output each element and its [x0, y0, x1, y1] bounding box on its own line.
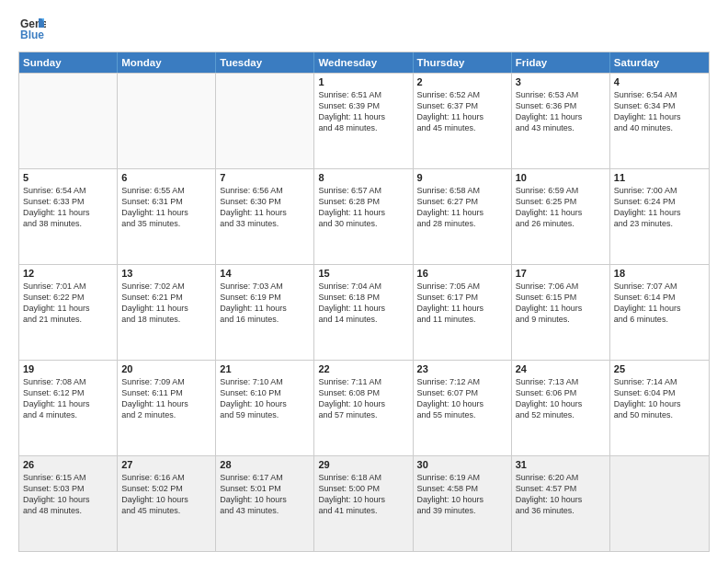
day-number: 16 [417, 268, 507, 279]
cell-text: Sunrise: 6:51 AM Sunset: 6:39 PM Dayligh… [318, 89, 408, 134]
day-number: 30 [417, 459, 507, 470]
cell-text: Sunrise: 7:08 AM Sunset: 6:12 PM Dayligh… [23, 376, 113, 421]
cell-text: Sunrise: 7:10 AM Sunset: 6:10 PM Dayligh… [220, 376, 310, 421]
calendar-cell: 20Sunrise: 7:09 AM Sunset: 6:11 PM Dayli… [118, 361, 216, 455]
day-number: 15 [318, 268, 408, 279]
day-number: 23 [417, 363, 507, 374]
cell-text: Sunrise: 6:58 AM Sunset: 6:27 PM Dayligh… [417, 185, 507, 230]
cell-text: Sunrise: 7:12 AM Sunset: 6:07 PM Dayligh… [417, 376, 507, 421]
calendar-cell: 7Sunrise: 6:56 AM Sunset: 6:30 PM Daylig… [216, 169, 314, 264]
svg-text:Blue: Blue [20, 29, 44, 41]
day-number: 24 [516, 363, 606, 374]
calendar-row: 26Sunrise: 6:15 AM Sunset: 5:03 PM Dayli… [19, 455, 709, 551]
day-number: 14 [220, 268, 310, 279]
cell-text: Sunrise: 7:00 AM Sunset: 6:24 PM Dayligh… [614, 185, 705, 230]
cell-text: Sunrise: 7:06 AM Sunset: 6:15 PM Dayligh… [516, 281, 606, 326]
calendar-cell: 31Sunrise: 6:20 AM Sunset: 4:57 PM Dayli… [512, 456, 610, 551]
calendar-row: 19Sunrise: 7:08 AM Sunset: 6:12 PM Dayli… [19, 360, 709, 455]
calendar-cell: 5Sunrise: 6:54 AM Sunset: 6:33 PM Daylig… [19, 169, 118, 264]
cell-text: Sunrise: 6:53 AM Sunset: 6:36 PM Dayligh… [516, 89, 606, 134]
cell-text: Sunrise: 7:04 AM Sunset: 6:18 PM Dayligh… [318, 281, 408, 326]
cell-text: Sunrise: 6:57 AM Sunset: 6:28 PM Dayligh… [318, 185, 408, 230]
calendar-row: 12Sunrise: 7:01 AM Sunset: 6:22 PM Dayli… [19, 264, 709, 360]
cell-text: Sunrise: 6:52 AM Sunset: 6:37 PM Dayligh… [417, 89, 507, 134]
day-number: 5 [23, 172, 113, 183]
weekday-header: Saturday [610, 52, 709, 73]
day-number: 3 [516, 76, 606, 87]
cell-text: Sunrise: 7:13 AM Sunset: 6:06 PM Dayligh… [516, 376, 606, 421]
day-number: 1 [318, 76, 408, 87]
cell-text: Sunrise: 7:09 AM Sunset: 6:11 PM Dayligh… [121, 376, 211, 421]
cell-text: Sunrise: 7:14 AM Sunset: 6:04 PM Dayligh… [614, 376, 705, 421]
calendar: SundayMondayTuesdayWednesdayThursdayFrid… [18, 52, 710, 552]
calendar-cell: 11Sunrise: 7:00 AM Sunset: 6:24 PM Dayli… [610, 169, 709, 264]
calendar-row: 1Sunrise: 6:51 AM Sunset: 6:39 PM Daylig… [19, 73, 709, 168]
cell-text: Sunrise: 6:55 AM Sunset: 6:31 PM Dayligh… [121, 185, 211, 230]
day-number: 22 [318, 363, 408, 374]
calendar-cell: 19Sunrise: 7:08 AM Sunset: 6:12 PM Dayli… [19, 361, 118, 455]
calendar-cell: 14Sunrise: 7:03 AM Sunset: 6:19 PM Dayli… [216, 265, 314, 360]
weekday-header: Sunday [19, 52, 118, 73]
calendar-cell: 9Sunrise: 6:58 AM Sunset: 6:27 PM Daylig… [414, 169, 512, 264]
cell-text: Sunrise: 7:11 AM Sunset: 6:08 PM Dayligh… [318, 376, 408, 421]
day-number: 12 [23, 268, 113, 279]
calendar-cell: 21Sunrise: 7:10 AM Sunset: 6:10 PM Dayli… [216, 361, 314, 455]
cell-text: Sunrise: 7:07 AM Sunset: 6:14 PM Dayligh… [614, 281, 705, 326]
calendar-cell: 28Sunrise: 6:17 AM Sunset: 5:01 PM Dayli… [216, 456, 314, 551]
calendar-cell [19, 74, 118, 168]
cell-text: Sunrise: 7:02 AM Sunset: 6:21 PM Dayligh… [121, 281, 211, 326]
cell-text: Sunrise: 6:19 AM Sunset: 4:58 PM Dayligh… [417, 472, 507, 517]
calendar-cell: 15Sunrise: 7:04 AM Sunset: 6:18 PM Dayli… [314, 265, 413, 360]
calendar-cell: 10Sunrise: 6:59 AM Sunset: 6:25 PM Dayli… [512, 169, 610, 264]
day-number: 11 [614, 172, 705, 183]
day-number: 7 [220, 172, 310, 183]
cell-text: Sunrise: 6:54 AM Sunset: 6:33 PM Dayligh… [23, 185, 113, 230]
cell-text: Sunrise: 6:59 AM Sunset: 6:25 PM Dayligh… [516, 185, 606, 230]
cell-text: Sunrise: 6:56 AM Sunset: 6:30 PM Dayligh… [220, 185, 310, 230]
calendar-body: 1Sunrise: 6:51 AM Sunset: 6:39 PM Daylig… [19, 73, 709, 551]
calendar-cell: 13Sunrise: 7:02 AM Sunset: 6:21 PM Dayli… [118, 265, 216, 360]
day-number: 10 [516, 172, 606, 183]
logo: General Blue [18, 15, 50, 42]
weekday-header: Tuesday [216, 52, 314, 73]
day-number: 2 [417, 76, 507, 87]
calendar-cell: 18Sunrise: 7:07 AM Sunset: 6:14 PM Dayli… [610, 265, 709, 360]
day-number: 31 [516, 459, 606, 470]
day-number: 17 [516, 268, 606, 279]
calendar-cell: 6Sunrise: 6:55 AM Sunset: 6:31 PM Daylig… [118, 169, 216, 264]
cell-text: Sunrise: 6:18 AM Sunset: 5:00 PM Dayligh… [318, 472, 408, 517]
calendar-cell: 12Sunrise: 7:01 AM Sunset: 6:22 PM Dayli… [19, 265, 118, 360]
calendar-cell: 16Sunrise: 7:05 AM Sunset: 6:17 PM Dayli… [414, 265, 512, 360]
calendar-cell: 24Sunrise: 7:13 AM Sunset: 6:06 PM Dayli… [512, 361, 610, 455]
calendar-cell [216, 74, 314, 168]
calendar-cell: 30Sunrise: 6:19 AM Sunset: 4:58 PM Dayli… [414, 456, 512, 551]
calendar-cell: 2Sunrise: 6:52 AM Sunset: 6:37 PM Daylig… [414, 74, 512, 168]
calendar-cell [610, 456, 709, 551]
page: General Blue SundayMondayTuesdayWednesda… [0, 0, 728, 563]
day-number: 6 [121, 172, 211, 183]
day-number: 28 [220, 459, 310, 470]
day-number: 20 [121, 363, 211, 374]
day-number: 4 [614, 76, 705, 87]
day-number: 19 [23, 363, 113, 374]
calendar-cell: 17Sunrise: 7:06 AM Sunset: 6:15 PM Dayli… [512, 265, 610, 360]
day-number: 21 [220, 363, 310, 374]
calendar-header: SundayMondayTuesdayWednesdayThursdayFrid… [19, 52, 709, 73]
weekday-header: Wednesday [314, 52, 413, 73]
day-number: 18 [614, 268, 705, 279]
calendar-cell: 26Sunrise: 6:15 AM Sunset: 5:03 PM Dayli… [19, 456, 118, 551]
cell-text: Sunrise: 6:16 AM Sunset: 5:02 PM Dayligh… [121, 472, 211, 517]
logo-icon: General Blue [18, 15, 46, 42]
day-number: 13 [121, 268, 211, 279]
cell-text: Sunrise: 6:54 AM Sunset: 6:34 PM Dayligh… [614, 89, 705, 134]
cell-text: Sunrise: 7:01 AM Sunset: 6:22 PM Dayligh… [23, 281, 113, 326]
calendar-cell: 8Sunrise: 6:57 AM Sunset: 6:28 PM Daylig… [314, 169, 413, 264]
day-number: 8 [318, 172, 408, 183]
cell-text: Sunrise: 6:17 AM Sunset: 5:01 PM Dayligh… [220, 472, 310, 517]
calendar-cell: 3Sunrise: 6:53 AM Sunset: 6:36 PM Daylig… [512, 74, 610, 168]
day-number: 26 [23, 459, 113, 470]
calendar-cell: 23Sunrise: 7:12 AM Sunset: 6:07 PM Dayli… [414, 361, 512, 455]
weekday-header: Monday [118, 52, 216, 73]
calendar-cell: 1Sunrise: 6:51 AM Sunset: 6:39 PM Daylig… [314, 74, 413, 168]
day-number: 27 [121, 459, 211, 470]
